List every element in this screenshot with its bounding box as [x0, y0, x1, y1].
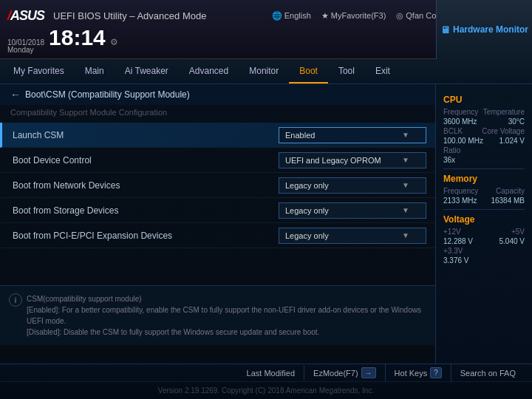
copyright-text: Version 2.19.1269. Copyright (C) 2018 Am… [158, 386, 374, 395]
info-panel: i CSM(compatibility support module) [Ena… [0, 285, 435, 345]
header-title: UEFI BIOS Utility – Advanced Mode [53, 10, 206, 21]
datetime-block: 10/01/2018 Monday 18:14 ⚙ [7, 27, 118, 54]
setting-value-launch-csm: Enabled ▼ [273, 124, 435, 146]
setting-label-boot-device: Boot Device Control [2, 149, 273, 171]
hw-33v-val: 3.376 V [443, 256, 468, 265]
info-line-1: [Enabled]: For a better compatibility, e… [27, 304, 425, 327]
footer-ezmode[interactable]: EzMode(F7) → [304, 364, 386, 381]
footer: Last Modified EzMode(F7) → Hot Keys ? Se… [0, 364, 532, 399]
setting-value-boot-device: UEFI and Legacy OPROM ▼ [273, 149, 435, 171]
section-subtitle: Compatibility Support Module Configurati… [0, 105, 435, 123]
hw-cpu-freq-row: Frequency Temperature [443, 108, 525, 116]
tab-my-favorites[interactable]: My Favorites [3, 59, 75, 83]
setting-label-storage: Boot from Storage Devices [2, 200, 273, 222]
setting-value-pcie: Legacy only ▼ [273, 225, 435, 247]
day-text: Monday [7, 47, 44, 54]
dropdown-boot-device-text: UEFI and Legacy OPROM [285, 156, 381, 165]
hw-corev-val: 1.024 V [499, 137, 525, 145]
setting-row-network[interactable]: Boot from Network Devices Legacy only ▼ [0, 173, 435, 198]
dropdown-storage-arrow: ▼ [402, 206, 409, 214]
fan-icon: ◎ [396, 11, 403, 21]
hw-5v-label: +5V [511, 228, 525, 236]
tab-monitor[interactable]: Monitor [239, 59, 289, 83]
footer-last-modified[interactable]: Last Modified [238, 366, 304, 381]
info-text: CSM(compatibility support module) [Enabl… [27, 293, 425, 338]
time-display: 18:14 [49, 27, 106, 49]
setting-row-boot-device[interactable]: Boot Device Control UEFI and Legacy OPRO… [0, 148, 435, 173]
hw-monitor-header: 🖥 Hardware Monitor [436, 0, 532, 59]
star-icon: ★ [321, 11, 329, 21]
hw-bclk-val: 100.00 MHz [443, 137, 483, 145]
tab-ai-tweaker[interactable]: Ai Tweaker [115, 59, 179, 83]
hw-ratio-val: 36x [443, 156, 455, 164]
setting-row-pcie[interactable]: Boot from PCI-E/PCI Expansion Devices Le… [0, 223, 435, 248]
tab-advanced[interactable]: Advanced [179, 59, 239, 83]
back-button[interactable]: ← [10, 89, 21, 100]
setting-row-storage[interactable]: Boot from Storage Devices Legacy only ▼ [0, 198, 435, 223]
hw-section-volt-title: Voltage [443, 214, 525, 225]
dropdown-launch-csm[interactable]: Enabled ▼ [279, 127, 426, 143]
hw-bclk-row: BCLK Core Voltage [443, 127, 525, 135]
tab-exit[interactable]: Exit [365, 59, 400, 83]
asus-logo: /ASUS [7, 8, 44, 24]
setting-label-pcie: Boot from PCI-E/PCI Expansion Devices [2, 225, 273, 247]
setting-label-launch-csm: Launch CSM [2, 124, 273, 146]
hw-bclk-val-row: 100.00 MHz 1.024 V [443, 137, 525, 145]
hw-12v-val-row: 12.288 V 5.040 V [443, 237, 525, 245]
dropdown-storage[interactable]: Legacy only ▼ [279, 202, 426, 219]
hw-33v-val-row: 3.376 V [443, 256, 525, 265]
settings-icon[interactable]: ⚙ [110, 37, 118, 47]
footer-copyright: Version 2.19.1269. Copyright (C) 2018 Am… [0, 382, 532, 399]
tab-tool[interactable]: Tool [328, 59, 365, 83]
hw-monitor-panel: CPU Frequency Temperature 3600 MHz 30°C … [436, 84, 532, 364]
footer-ezmode-key: → [361, 367, 376, 378]
footer-ezmode-label: EzMode(F7) [313, 369, 358, 378]
nav-tabs: My Favorites Main Ai Tweaker Advanced Mo… [0, 59, 532, 84]
setting-value-network: Legacy only ▼ [273, 174, 435, 197]
hw-section-mem-title: Memory [443, 174, 525, 184]
header: /ASUS UEFI BIOS Utility – Advanced Mode … [0, 0, 532, 59]
footer-last-modified-label: Last Modified [247, 369, 295, 378]
breadcrumb: ← Boot\CSM (Compatibility Support Module… [0, 84, 435, 105]
tab-main[interactable]: Main [75, 59, 115, 83]
info-line-0: CSM(compatibility support module) [27, 293, 425, 304]
hw-section-cpu-title: CPU [443, 95, 525, 105]
dropdown-boot-device[interactable]: UEFI and Legacy OPROM ▼ [279, 152, 426, 168]
footer-search-faq[interactable]: Search on FAQ [451, 366, 525, 381]
footer-top: Last Modified EzMode(F7) → Hot Keys ? Se… [0, 364, 532, 382]
dropdown-launch-csm-arrow: ▼ [402, 131, 409, 139]
dropdown-pcie-text: Legacy only [285, 231, 329, 240]
dropdown-pcie-arrow: ▼ [402, 231, 409, 239]
hw-bclk-label: BCLK [443, 127, 463, 135]
footer-search-faq-label: Search on FAQ [460, 369, 516, 378]
hw-ratio-val-row: 36x [443, 156, 525, 164]
hw-mem-cap-val: 16384 MB [491, 197, 525, 205]
hw-cpu-temp-label: Temperature [483, 108, 525, 116]
dropdown-network[interactable]: Legacy only ▼ [279, 177, 426, 194]
hw-12v-row: +12V +5V [443, 228, 525, 236]
hw-cpu-freq-label: Frequency [443, 108, 478, 116]
footer-hotkeys[interactable]: Hot Keys ? [386, 364, 451, 381]
hw-ratio-row: Ratio [443, 146, 525, 154]
myfavorites-button[interactable]: ★ MyFavorite(F3) [321, 11, 386, 21]
dropdown-pcie[interactable]: Legacy only ▼ [279, 228, 426, 244]
dropdown-network-text: Legacy only [285, 181, 329, 190]
footer-hotkeys-key: ? [430, 367, 442, 378]
hw-mem-freq-val-row: 2133 MHz 16384 MB [443, 197, 525, 205]
setting-label-network: Boot from Network Devices [2, 174, 273, 197]
hw-12v-val: 12.288 V [443, 237, 473, 245]
hw-cpu-freq-val-row: 3600 MHz 30°C [443, 117, 525, 126]
hw-divider-2 [443, 209, 525, 210]
dropdown-boot-device-arrow: ▼ [402, 156, 409, 164]
hw-cpu-freq-val: 3600 MHz [443, 117, 477, 126]
tab-boot[interactable]: Boot [289, 59, 328, 83]
language-button[interactable]: 🌐 English [272, 11, 311, 21]
breadcrumb-title: Boot\CSM (Compatibility Support Module) [25, 89, 190, 100]
dropdown-launch-csm-text: Enabled [285, 131, 315, 140]
setting-row-launch-csm[interactable]: Launch CSM Enabled ▼ [0, 123, 435, 148]
hw-33v-label: +3.3V [443, 247, 463, 255]
hw-mem-freq-val: 2133 MHz [443, 197, 477, 205]
info-line-2: [Disabled]: Disable the CSM to fully sup… [27, 327, 425, 338]
hw-12v-label: +12V [443, 228, 461, 236]
hw-monitor-title: Hardware Monitor [453, 24, 528, 35]
